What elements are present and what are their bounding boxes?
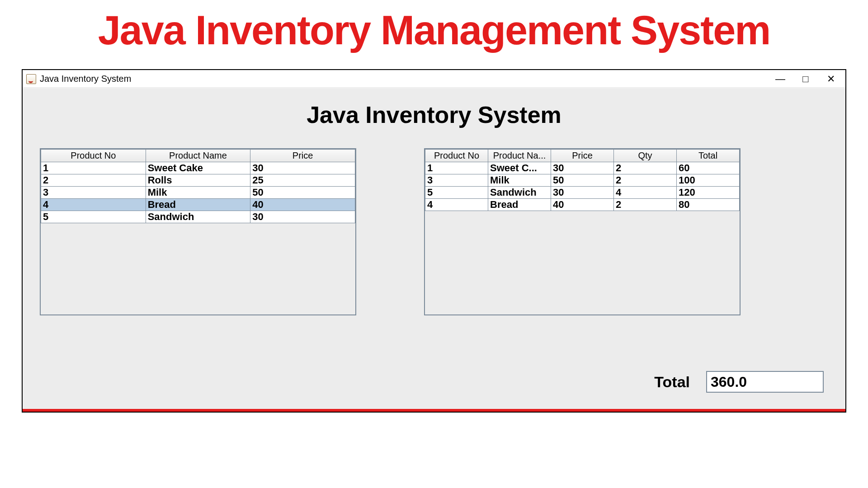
cell[interactable]: 2 — [614, 199, 677, 211]
cell[interactable]: 40 — [551, 199, 614, 211]
cart-col-price[interactable]: Price — [551, 150, 614, 162]
cell[interactable]: 50 — [250, 187, 355, 199]
close-button[interactable]: ✕ — [818, 70, 844, 88]
cell[interactable]: Milk — [146, 187, 250, 199]
cell[interactable]: 4 — [614, 187, 677, 199]
cell[interactable]: 30 — [551, 187, 614, 199]
cell[interactable]: 1 — [425, 162, 488, 174]
cart-col-name[interactable]: Product Na... — [488, 150, 551, 162]
cell[interactable]: 2 — [41, 174, 146, 187]
cell[interactable]: 3 — [41, 187, 146, 199]
cell[interactable]: Sandwich — [146, 211, 250, 223]
cart-table[interactable]: Product No Product Na... Price Qty Total… — [424, 148, 741, 315]
cell[interactable]: 4 — [41, 199, 146, 211]
cell[interactable]: 30 — [250, 162, 355, 174]
red-footer-bar — [23, 409, 845, 412]
table-row[interactable]: 4Bread40 — [41, 199, 355, 211]
cell[interactable]: 60 — [677, 162, 740, 174]
table-row[interactable]: 3Milk502100 — [425, 174, 740, 187]
cell[interactable]: 30 — [551, 162, 614, 174]
client-area: Java Inventory System Product No Product… — [23, 88, 845, 409]
maximize-button[interactable]: □ — [793, 70, 818, 88]
cell[interactable]: Sweet Cake — [146, 162, 250, 174]
products-col-name[interactable]: Product Name — [146, 150, 250, 162]
cell[interactable]: 100 — [677, 174, 740, 187]
table-row[interactable]: 3Milk50 — [41, 187, 355, 199]
cart-col-qty[interactable]: Qty — [614, 150, 677, 162]
cell[interactable]: 120 — [677, 187, 740, 199]
cell[interactable]: 30 — [250, 211, 355, 223]
cell[interactable]: 1 — [41, 162, 146, 174]
cell[interactable]: 2 — [614, 174, 677, 187]
cart-col-no[interactable]: Product No — [425, 150, 488, 162]
cell[interactable]: 4 — [425, 199, 488, 211]
cell[interactable]: 50 — [551, 174, 614, 187]
table-row[interactable]: 1Sweet C...30260 — [425, 162, 740, 174]
table-row[interactable]: 4Bread40280 — [425, 199, 740, 211]
cell[interactable]: 25 — [250, 174, 355, 187]
total-field[interactable] — [706, 371, 824, 393]
table-row[interactable]: 5Sandwich30 — [41, 211, 355, 223]
total-label: Total — [654, 373, 690, 391]
cell[interactable]: Milk — [488, 174, 551, 187]
table-row[interactable]: 1Sweet Cake30 — [41, 162, 355, 174]
minimize-button[interactable]: — — [768, 70, 793, 88]
cell[interactable]: 40 — [250, 199, 355, 211]
products-col-no[interactable]: Product No — [41, 150, 146, 162]
table-row[interactable]: 2Rolls25 — [41, 174, 355, 187]
products-table[interactable]: Product No Product Name Price 1Sweet Cak… — [40, 148, 356, 315]
cell[interactable]: Sweet C... — [488, 162, 551, 174]
cell[interactable]: 80 — [677, 199, 740, 211]
products-col-price[interactable]: Price — [250, 150, 355, 162]
app-window: Java Inventory System — □ ✕ Java Invento… — [22, 69, 846, 413]
cell[interactable]: Bread — [146, 199, 250, 211]
cell[interactable]: 2 — [614, 162, 677, 174]
cell[interactable]: Sandwich — [488, 187, 551, 199]
cell[interactable]: 5 — [425, 187, 488, 199]
page-title: Java Inventory Management System — [0, 7, 868, 54]
titlebar[interactable]: Java Inventory System — □ ✕ — [23, 70, 845, 88]
window-title: Java Inventory System — [40, 74, 131, 84]
cell[interactable]: 5 — [41, 211, 146, 223]
cell[interactable]: 3 — [425, 174, 488, 187]
cell[interactable]: Rolls — [146, 174, 250, 187]
table-row[interactable]: 5Sandwich304120 — [425, 187, 740, 199]
app-heading: Java Inventory System — [35, 101, 833, 128]
total-row: Total — [654, 371, 824, 393]
cell[interactable]: Bread — [488, 199, 551, 211]
java-icon — [26, 74, 36, 84]
cart-col-total[interactable]: Total — [677, 150, 740, 162]
